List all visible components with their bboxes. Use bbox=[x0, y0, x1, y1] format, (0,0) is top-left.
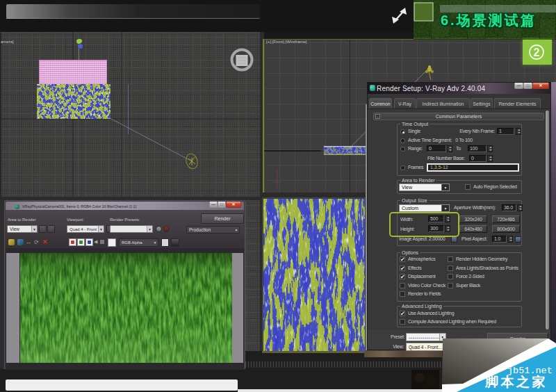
svg-text:2: 2 bbox=[534, 47, 540, 58]
svg-text:脚本之家: 脚本之家 bbox=[484, 375, 548, 389]
